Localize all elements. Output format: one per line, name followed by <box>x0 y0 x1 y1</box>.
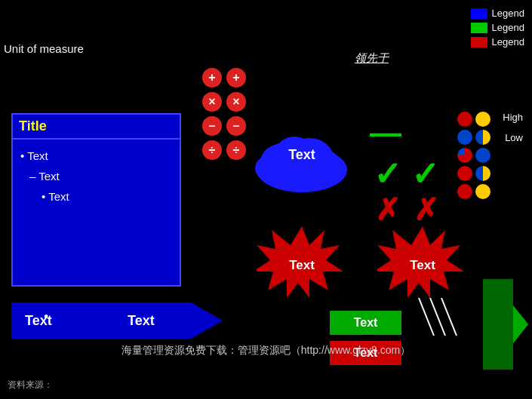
op-divide-right: ÷ <box>226 140 246 160</box>
chinese-top-label: 领先于 <box>355 51 389 66</box>
circle-red-3 <box>457 184 472 199</box>
circle-half-1 <box>475 130 490 145</box>
circle-yellow-2 <box>475 184 490 199</box>
circles-row-2 <box>457 130 490 145</box>
bullet-2: Text <box>20 166 172 186</box>
cloud-text: Text <box>288 147 315 163</box>
circle-half-3 <box>475 166 490 181</box>
circles-row-5 <box>457 184 490 199</box>
checkmark-1: ✓ <box>374 155 401 193</box>
legend-label-red: Legend <box>492 36 524 48</box>
source-label: 资料来源： <box>8 379 53 391</box>
starburst-right-text: Text <box>410 258 435 273</box>
op-divide-left: ÷ <box>202 140 222 160</box>
circle-blue-2 <box>475 148 490 163</box>
legend-label-blue: Legend <box>492 8 524 19</box>
svg-marker-12 <box>513 305 528 343</box>
circle-half-2 <box>457 148 472 163</box>
diagonal-lines <box>415 290 460 346</box>
blue-box-content: Text Text Text <box>13 140 180 213</box>
op-minus-right: – <box>226 116 246 136</box>
arrow-bar: Text Text <box>11 302 223 339</box>
op-times-right: × <box>226 92 246 112</box>
circles-row-4 <box>457 166 490 181</box>
circle-blue-1 <box>457 130 472 145</box>
circle-red-2 <box>457 166 472 181</box>
unit-of-measure-label: Unit of measure <box>4 42 84 55</box>
legend-item-red: Legend <box>471 36 524 48</box>
green-text-box: Text <box>330 311 401 335</box>
watermark-text: 海量管理资源免费下载：管理资源吧（http://www.glzy8.com） <box>0 344 532 358</box>
legend-item-blue: Legend <box>471 8 524 19</box>
high-label: High <box>503 112 523 123</box>
op-plus-right: + <box>226 68 246 87</box>
circle-yellow-1 <box>475 112 490 127</box>
diag-lines-svg <box>415 290 460 343</box>
starburst-left: Text <box>257 223 347 308</box>
green-minus-symbol: — <box>370 117 401 149</box>
svg-point-5 <box>255 155 288 182</box>
legend-color-blue <box>471 8 487 19</box>
circles-row-3 <box>457 148 490 163</box>
blue-box: Title Text Text Text <box>11 113 181 287</box>
op-plus-left: + <box>202 68 222 87</box>
green-arrow-right <box>483 279 528 373</box>
checkmark-2: ✓ <box>411 155 439 193</box>
starburst-left-text: Text <box>289 258 315 273</box>
op-minus-left: – <box>202 116 222 136</box>
low-label: Low <box>505 132 523 143</box>
green-box-label: Text <box>354 316 378 330</box>
legend-item-green: Legend <box>471 22 524 33</box>
bullet-3: Text <box>20 186 172 207</box>
legend-color-red <box>471 37 487 48</box>
circles-grid <box>457 112 490 199</box>
op-times-left: × <box>202 92 222 112</box>
operators-right: + × – ÷ <box>226 68 246 160</box>
legend-container: Legend Legend Legend <box>471 8 524 48</box>
operators-left: + × – ÷ <box>202 68 222 160</box>
circles-row-1 <box>457 112 490 127</box>
arrow-text-right: Text <box>120 313 223 329</box>
legend-color-green <box>471 23 487 33</box>
arrow-text-left: Text <box>11 313 120 329</box>
circle-red-1 <box>457 112 472 127</box>
bullet-1: Text <box>20 146 172 166</box>
blue-box-title: Title <box>13 115 180 140</box>
legend-label-green: Legend <box>492 22 524 33</box>
cloud-container: Text <box>249 117 355 192</box>
small-dot: • <box>44 309 48 325</box>
